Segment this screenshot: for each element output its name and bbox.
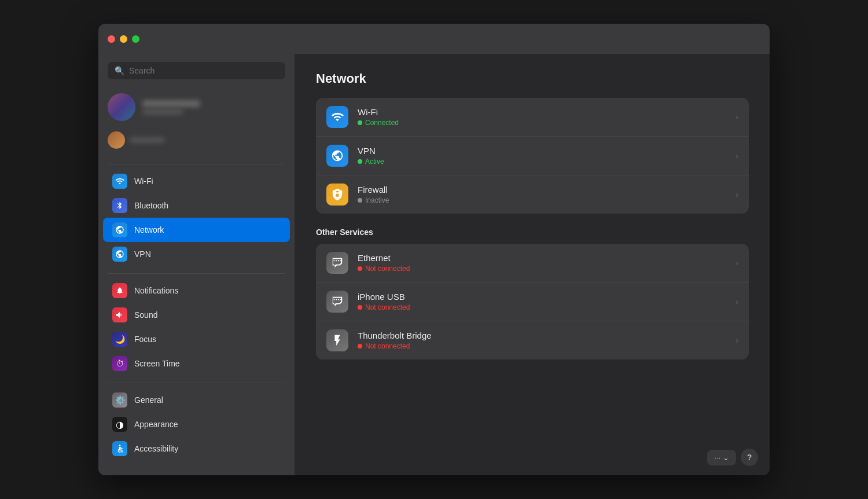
user-profile[interactable] <box>108 93 285 121</box>
sidebar-section-prefs: ⚙️ General ◑ Appearance <box>98 386 295 465</box>
sidebar-item-appearance[interactable]: ◑ Appearance <box>103 412 290 436</box>
maximize-button[interactable] <box>132 35 139 43</box>
ethernet-card-item[interactable]: Ethernet Not connected › <box>316 244 749 282</box>
wifi-card-name: Wi-Fi <box>358 107 726 117</box>
bottom-bar: ··· ⌄ ? <box>707 449 758 466</box>
iphoneusb-card-item[interactable]: iPhone USB Not connected › <box>316 282 749 321</box>
family-name <box>130 137 164 143</box>
appearance-icon: ◑ <box>112 417 127 432</box>
help-button[interactable]: ? <box>741 449 758 466</box>
content-area: 🔍 <box>98 54 770 475</box>
close-button[interactable] <box>108 35 115 43</box>
wifi-label: Wi-Fi <box>134 177 153 186</box>
more-chevron-icon: ⌄ <box>723 453 729 462</box>
accessibility-icon <box>112 441 127 456</box>
network-label: Network <box>134 225 164 234</box>
user-subtitle <box>142 109 183 115</box>
divider-2 <box>108 273 285 274</box>
family-avatar <box>108 131 125 149</box>
search-box[interactable]: 🔍 <box>108 62 285 79</box>
firewall-status-text: Inactive <box>365 196 389 204</box>
other-services-card-group: Ethernet Not connected › <box>316 244 749 359</box>
sidebar-item-vpn[interactable]: VPN <box>103 242 290 266</box>
screentime-label: Screen Time <box>134 359 180 368</box>
tb-card-status: Not connected <box>358 342 726 350</box>
ethernet-chevron-icon: › <box>735 258 738 267</box>
wifi-card-status: Connected <box>358 119 726 127</box>
iphoneusb-status-dot <box>358 305 362 310</box>
bluetooth-icon <box>112 198 127 213</box>
search-input[interactable] <box>129 66 278 75</box>
user-section <box>98 87 295 162</box>
general-icon: ⚙️ <box>112 392 127 408</box>
wifi-card-icon <box>326 106 348 128</box>
network-card-group: Wi-Fi Connected › <box>316 98 749 214</box>
page-title: Network <box>316 71 749 86</box>
sidebar-section-system: Notifications Sound 🌙 Focus <box>98 276 295 380</box>
firewall-chevron-icon: › <box>735 190 738 199</box>
ethernet-status-dot <box>358 266 362 271</box>
vpn-card-icon <box>326 145 348 167</box>
wifi-card-item[interactable]: Wi-Fi Connected › <box>316 98 749 137</box>
sidebar-item-sound[interactable]: Sound <box>103 303 290 327</box>
search-icon: 🔍 <box>115 66 124 75</box>
sidebar-scroll: Wi-Fi Bluetooth <box>98 87 295 475</box>
vpn-status-text: Active <box>365 157 384 166</box>
avatar <box>108 93 135 121</box>
sidebar-item-network[interactable]: Network <box>103 218 290 242</box>
sidebar-item-screentime[interactable]: ⏱ Screen Time <box>103 351 290 376</box>
wifi-chevron-icon: › <box>735 112 738 122</box>
system-preferences-window: 🔍 <box>98 24 770 475</box>
minimize-button[interactable] <box>120 35 127 43</box>
ethernet-card-icon <box>326 252 348 274</box>
focus-label: Focus <box>134 335 156 344</box>
tb-status-dot <box>358 344 362 348</box>
title-bar <box>98 24 770 54</box>
vpn-status-dot <box>358 159 362 164</box>
iphoneusb-card-name: iPhone USB <box>358 292 726 302</box>
firewall-card-icon <box>326 184 348 206</box>
iphoneusb-card-status: Not connected <box>358 303 726 311</box>
sidebar-section-network: Wi-Fi Bluetooth <box>98 167 295 271</box>
tb-card-text: Thunderbolt Bridge Not connected <box>358 331 726 350</box>
sidebar-item-wifi[interactable]: Wi-Fi <box>103 169 290 193</box>
family-sharing-row[interactable] <box>108 128 285 152</box>
vpn-card-text: VPN Active <box>358 146 726 166</box>
firewall-card-status: Inactive <box>358 196 726 204</box>
user-info <box>142 100 200 115</box>
iphoneusb-card-text: iPhone USB Not connected <box>358 292 726 311</box>
search-container: 🔍 <box>98 54 295 87</box>
wifi-card-text: Wi-Fi Connected <box>358 107 726 127</box>
network-icon <box>112 222 127 237</box>
traffic-lights <box>108 35 139 43</box>
sidebar-item-accessibility[interactable]: Accessibility <box>103 436 290 461</box>
ethernet-card-status: Not connected <box>358 265 726 273</box>
sidebar-item-bluetooth[interactable]: Bluetooth <box>103 193 290 218</box>
help-label: ? <box>747 453 752 462</box>
notifications-icon <box>112 283 127 298</box>
vpn-chevron-icon: › <box>735 151 738 160</box>
general-label: General <box>134 395 163 405</box>
tb-card-item[interactable]: Thunderbolt Bridge Not connected › <box>316 321 749 359</box>
sidebar-item-general[interactable]: ⚙️ General <box>103 388 290 412</box>
ethernet-status-text: Not connected <box>365 265 410 273</box>
sidebar-item-notifications[interactable]: Notifications <box>103 278 290 303</box>
sidebar-item-focus[interactable]: 🌙 Focus <box>103 327 290 351</box>
divider-3 <box>108 383 285 383</box>
screentime-icon: ⏱ <box>112 356 127 371</box>
tb-card-name: Thunderbolt Bridge <box>358 331 726 340</box>
sound-label: Sound <box>134 310 157 320</box>
svg-point-0 <box>119 445 121 446</box>
firewall-card-text: Firewall Inactive <box>358 185 726 204</box>
vpn-card-item[interactable]: VPN Active › <box>316 137 749 175</box>
more-button[interactable]: ··· ⌄ <box>707 450 736 465</box>
ethernet-card-text: Ethernet Not connected <box>358 253 726 273</box>
iphoneusb-chevron-icon: › <box>735 297 738 306</box>
wifi-icon <box>112 174 127 189</box>
iphoneusb-status-text: Not connected <box>365 303 410 311</box>
bluetooth-label: Bluetooth <box>134 201 168 210</box>
vpn-card-name: VPN <box>358 146 726 156</box>
main-content: Network Wi-Fi Connected <box>295 54 770 475</box>
wifi-status-text: Connected <box>365 119 399 127</box>
firewall-card-item[interactable]: Firewall Inactive › <box>316 175 749 214</box>
